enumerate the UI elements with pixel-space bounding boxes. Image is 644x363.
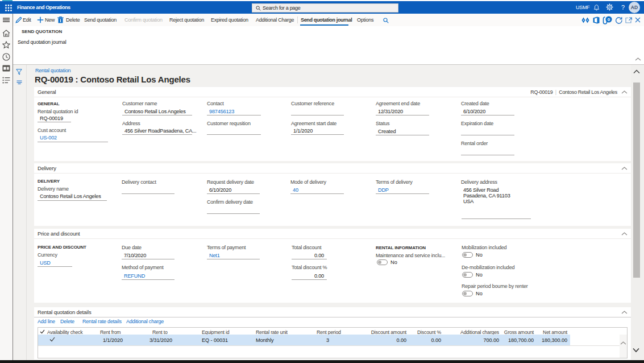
svg-text:0: 0 bbox=[608, 17, 610, 22]
